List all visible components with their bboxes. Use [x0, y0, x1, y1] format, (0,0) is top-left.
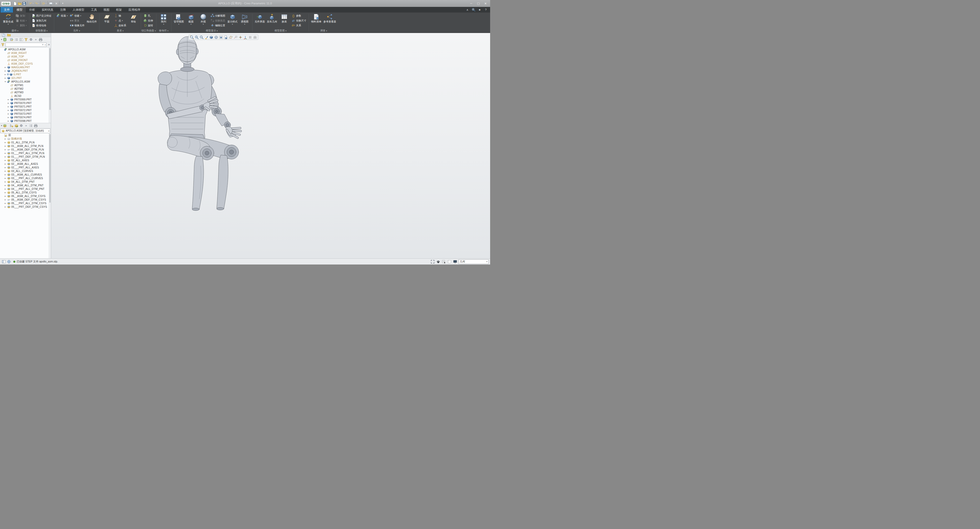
extrude-button[interactable]: 拉伸 — [143, 18, 154, 23]
layer-tree-item[interactable]: ▸隐藏的项 — [0, 137, 51, 140]
layer-tree-item[interactable]: ▸05___PRT_DEF_DTM_CSYS — [0, 205, 51, 209]
maximize-button[interactable]: ▢ — [475, 1, 482, 6]
csys-button[interactable]: 坐标系 — [113, 23, 127, 28]
pattern-button[interactable]: 阵列▾ — [158, 13, 170, 25]
layer-tree-item[interactable]: ▸03_ALL_CURVES — [0, 169, 51, 173]
expand-arrow[interactable]: ▸ — [4, 156, 6, 158]
enhanced-realism-button[interactable] — [214, 35, 218, 40]
tab-annotate[interactable]: 注释 — [57, 7, 69, 13]
layer-tree-item[interactable]: ▸05__ASM_DEF_DTM_CSYS — [0, 198, 51, 201]
model-tree-item[interactable]: APOLLO.ASM — [0, 48, 51, 51]
ribbon-group-label[interactable]: 基准▾ — [100, 29, 140, 33]
delete-button[interactable]: ✕删除▾ — [14, 23, 28, 28]
model-tree-search-input[interactable] — [6, 43, 41, 46]
monitor-button[interactable] — [453, 260, 457, 264]
model-tree-item[interactable]: ASM_TOP — [0, 55, 51, 58]
expand-arrow[interactable]: ▸ — [4, 166, 6, 169]
robot-model[interactable] — [51, 33, 490, 258]
revolve-button[interactable]: 旋转 — [143, 23, 154, 28]
axis-button[interactable]: 轴 — [113, 13, 127, 18]
layer-tree-item[interactable]: ▸05_ALL_DTM_CSYS — [0, 191, 51, 194]
save-button[interactable] — [22, 1, 27, 6]
assemble-button[interactable]: 组装▾ — [56, 13, 69, 18]
model-tree-item[interactable]: ASM_DEF_CSYS — [0, 62, 51, 65]
display-style-button[interactable]: 显示样式▾ — [227, 13, 239, 25]
search-history-arrow[interactable]: ▾ — [45, 44, 46, 46]
repeat-button[interactable]: 重复 — [69, 18, 85, 23]
expand-arrow[interactable]: ▾ — [4, 81, 6, 83]
expand-arrow[interactable]: ▸ — [4, 177, 6, 179]
section-button[interactable]: 截面▾ — [185, 13, 197, 25]
drag-component-button[interactable]: 拖动元件 — [86, 13, 98, 23]
scrollbar-thumb[interactable] — [49, 48, 51, 110]
component-interface-button[interactable]: 元件界面 — [254, 13, 266, 23]
relations-button[interactable]: d=关系 — [291, 23, 307, 28]
ribbon-group-label[interactable]: 获取数据▾ — [30, 29, 54, 33]
layer-settings-button[interactable]: ⚙ — [19, 123, 24, 128]
layer-tree-item[interactable]: ▸04___PRT_ALL_DTM_PNT — [0, 187, 51, 191]
pause-button[interactable] — [248, 35, 253, 40]
orient-mode-button[interactable] — [243, 35, 248, 40]
model-tree-item[interactable]: ASM_FRONT — [0, 58, 51, 62]
regenerate-small-button[interactable]: ⟳▾ — [41, 1, 47, 6]
overflow-button[interactable]: » — [33, 37, 38, 42]
expand-arrow[interactable]: ▸ — [7, 102, 10, 104]
zoom-in-button[interactable] — [194, 35, 199, 40]
model-tree-item[interactable]: ▾APOLLO1.ASM — [0, 80, 51, 83]
layer-tree-item[interactable]: ▸05__ASM_ALL_DTM_CSYS — [0, 194, 51, 198]
layer-tree-item[interactable]: ▸01___PRT_DEF_DTM_PLN — [0, 155, 51, 158]
browser-toggle-button[interactable] — [6, 260, 11, 264]
open-folder-button[interactable] — [18, 1, 22, 6]
expand-arrow[interactable]: ▸ — [7, 99, 10, 101]
resources-button[interactable]: ★ — [477, 7, 482, 12]
paste-button[interactable]: 粘贴▾ — [14, 18, 28, 23]
perspective-button[interactable]: 透视图▾ — [239, 13, 251, 25]
expand-arrow[interactable]: ▸ — [4, 152, 6, 155]
expand-arrow[interactable]: ▸ — [4, 199, 6, 201]
collapse-panel-arrow[interactable]: ▾ — [0, 38, 3, 41]
close-button[interactable]: ✕ — [482, 1, 489, 6]
udf-button[interactable]: 用户定义特征 — [31, 13, 52, 18]
ribbon-group-label[interactable]: 模型意图▾ — [253, 29, 309, 33]
model-tree-item[interactable]: ▸PRT0073.PRT — [0, 112, 51, 116]
copy-button[interactable]: 复制 — [14, 13, 28, 18]
tab-analysis[interactable]: 分析 — [26, 7, 38, 13]
navigator-toggle-button[interactable] — [2, 260, 6, 264]
manage-views-button[interactable]: 管理视图▾ — [173, 13, 185, 25]
print-button[interactable] — [33, 123, 38, 128]
customize-qat-button[interactable]: ▾ — [60, 1, 65, 6]
search-filter-icon[interactable] — [1, 43, 5, 47]
expand-arrow[interactable]: ▸ — [4, 159, 6, 161]
model-tree-item[interactable]: ▸PRT0069.PRT — [0, 98, 51, 101]
bom-button[interactable]: 物料清单 — [310, 13, 322, 23]
layer-tree-item[interactable]: ▸02_ALL_AXES — [0, 158, 51, 162]
expand-arrow[interactable]: ▸ — [4, 77, 6, 79]
ribbon-group-label[interactable]: 切口和曲面▾ — [141, 29, 156, 33]
layer-tree-item[interactable]: ▸05___PRT_ALL_DTM_CSYS — [0, 201, 51, 205]
model-tree-item[interactable]: ADTM3 — [0, 91, 51, 94]
regenerate-button[interactable]: 重新生成▾ — [2, 13, 14, 25]
model-tree-item[interactable]: ▸PRT0072.PRT — [0, 108, 51, 112]
layer-tree-item[interactable]: ▸01___PRT_ALL_DTM_PLN — [0, 151, 51, 155]
appearance-button[interactable]: 外观▾ — [197, 13, 209, 25]
close-window-button[interactable]: ✕ — [54, 1, 59, 6]
selection-buffer-button[interactable] — [447, 260, 452, 264]
publish-geometry-button[interactable]: 发布几何 — [266, 13, 278, 23]
selection-paw-button[interactable] — [436, 260, 441, 264]
layer-tree-root[interactable]: 层 — [0, 134, 51, 137]
model-tree-item[interactable]: ASM_RIGHT — [0, 51, 51, 55]
layer-display-button[interactable] — [14, 123, 19, 128]
expand-arrow[interactable]: ▸ — [4, 174, 6, 176]
active-window-button[interactable]: ▾ — [49, 1, 54, 6]
refit-button[interactable] — [189, 35, 194, 40]
model-tree-item[interactable]: ▸PRT0074.PRT — [0, 116, 51, 119]
expand-arrow[interactable]: ▸ — [4, 184, 6, 186]
expand-arrow[interactable]: ▸ — [4, 163, 6, 165]
tab-tools[interactable]: 工具 — [88, 7, 100, 13]
model-tree-item[interactable]: ADTM1 — [0, 83, 51, 87]
plane-button[interactable]: 平面 — [101, 13, 113, 23]
expand-arrow[interactable]: ▸ — [7, 109, 10, 112]
expand-arrow[interactable]: ▸ — [4, 170, 6, 172]
layer-tree-item[interactable]: ▸01__ASM_DEF_DTM_PLN — [0, 148, 51, 151]
expand-arrow[interactable]: ▸ — [7, 113, 10, 115]
